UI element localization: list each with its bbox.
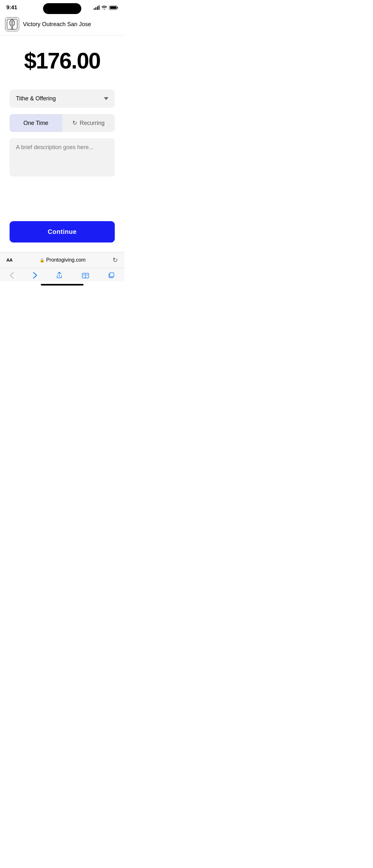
- org-logo: [5, 17, 19, 31]
- share-button[interactable]: [56, 272, 63, 279]
- tabs-button[interactable]: [108, 272, 115, 279]
- description-input[interactable]: [9, 138, 115, 177]
- amount-display: $176.00: [9, 35, 115, 83]
- continue-button[interactable]: Continue: [9, 221, 115, 243]
- frequency-toggle: One Time ↻ Recurring: [9, 114, 115, 132]
- battery-icon: [109, 6, 118, 10]
- forward-button[interactable]: [33, 272, 37, 279]
- browser-url-display[interactable]: 🔒 Prontogiving.com: [39, 257, 86, 263]
- status-time: 9:41: [6, 4, 17, 11]
- spacer: [0, 177, 124, 221]
- browser-url-text: Prontogiving.com: [46, 257, 86, 263]
- recurring-button[interactable]: ↻ Recurring: [62, 114, 115, 132]
- home-bar: [41, 284, 84, 285]
- org-header: Victory Outreach San Jose: [0, 13, 124, 35]
- nav-bar: [0, 268, 124, 281]
- org-name: Victory Outreach San Jose: [23, 21, 91, 28]
- wifi-icon: [102, 5, 107, 10]
- status-icons: [94, 5, 118, 10]
- recurring-icon: ↻: [73, 120, 77, 126]
- browser-bar: AA 🔒 Prontogiving.com ↻: [0, 252, 124, 268]
- home-indicator: [0, 281, 124, 287]
- svg-rect-8: [110, 273, 114, 277]
- status-bar: 9:41: [0, 0, 124, 13]
- fund-label: Tithe & Offering: [16, 95, 56, 102]
- continue-section: Continue: [0, 221, 124, 252]
- reload-icon[interactable]: ↻: [113, 256, 118, 264]
- browser-aa-button[interactable]: AA: [6, 257, 12, 262]
- bookmarks-button[interactable]: [82, 272, 89, 279]
- svg-point-4: [11, 27, 13, 28]
- back-button[interactable]: [9, 272, 14, 279]
- main-content: $176.00 Tithe & Offering One Time ↻ Recu…: [0, 35, 124, 177]
- lock-icon: 🔒: [39, 258, 45, 262]
- one-time-label: One Time: [23, 120, 48, 126]
- signal-bars-icon: [94, 5, 99, 10]
- dynamic-island: [43, 3, 81, 14]
- recurring-label: Recurring: [80, 120, 105, 126]
- fund-selector[interactable]: Tithe & Offering: [9, 90, 115, 108]
- one-time-button[interactable]: One Time: [9, 114, 62, 132]
- chevron-down-icon: [104, 97, 108, 100]
